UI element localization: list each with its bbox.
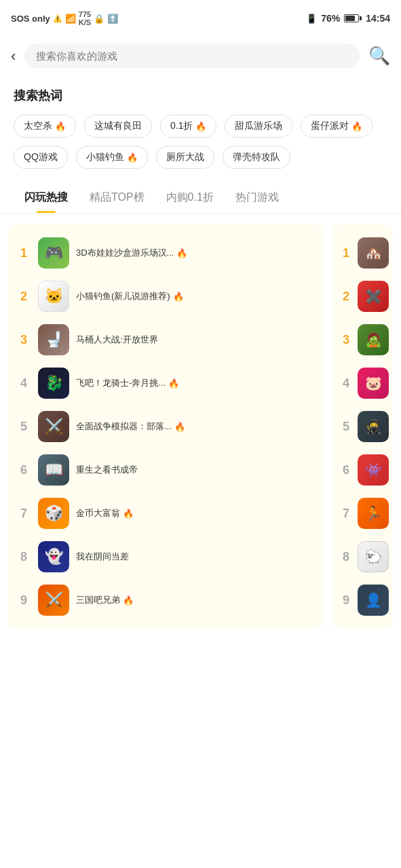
game-icon: ✖️	[358, 281, 389, 312]
upload-icon: ⬆️	[107, 14, 118, 24]
rank-number: 2	[16, 290, 31, 304]
game-icon: 👾	[358, 454, 389, 486]
game-icon: ⚔️	[38, 411, 69, 442]
hot-indicator: 🔥	[123, 509, 134, 519]
rank-number: 9	[16, 593, 31, 608]
hot-tag[interactable]: 这城有良田	[84, 115, 152, 138]
clock: 14:54	[366, 13, 390, 24]
game-icon: 📖	[38, 454, 69, 486]
signal-icon: ⚠️	[53, 14, 62, 23]
hot-indicator: 🔥	[176, 248, 187, 258]
game-icon: 🐷	[358, 368, 389, 399]
game-icon: 🎲	[38, 498, 69, 529]
sim-icon: 🔒	[94, 14, 104, 24]
right-list-item[interactable]: 4🐷	[337, 361, 387, 405]
search-bar-container: ‹ 🔍	[0, 35, 401, 77]
list-item[interactable]: 6📖重生之看书成帝	[14, 448, 318, 492]
hot-tag[interactable]: 弹壳特攻队	[223, 146, 290, 169]
hot-tag[interactable]: 0.1折🔥	[160, 115, 216, 138]
tags-container: 太空杀🔥这城有良田0.1折🔥甜瓜游乐场蛋仔派对🔥QQ游戏小猫钓鱼🔥厕所大战弹壳特…	[14, 115, 387, 169]
game-icon: 🚽	[38, 324, 69, 355]
rank-number: 5	[16, 420, 31, 434]
hot-words-section: 搜索热词 太空杀🔥这城有良田0.1折🔥甜瓜游乐场蛋仔派对🔥QQ游戏小猫钓鱼🔥厕所…	[0, 77, 401, 174]
game-name: 我在阴间当差	[76, 551, 316, 563]
game-name: 马桶人大战:开放世界	[76, 334, 316, 346]
game-name: 金币大富翁🔥	[76, 507, 316, 519]
rank-number: 6	[16, 463, 31, 477]
main-content: ‹ 🔍 搜索热词 太空杀🔥这城有良田0.1折🔥甜瓜游乐场蛋仔派对🔥QQ游戏小猫钓…	[0, 35, 401, 868]
rank-number: 6	[340, 463, 352, 477]
hot-indicator: 🔥	[123, 595, 134, 606]
search-input[interactable]	[36, 50, 348, 62]
sos-label: SOS only	[11, 14, 50, 24]
rank-number: 8	[16, 550, 31, 564]
game-icon: 🐉	[38, 368, 69, 399]
right-list-item[interactable]: 9👤	[337, 578, 387, 622]
phone-signal-icon: 📱	[306, 14, 317, 24]
list-item[interactable]: 4🐉飞吧！龙骑士-奔月挑...🔥	[14, 361, 318, 405]
list-item[interactable]: 1🎮3D布娃娃沙盒游乐场汉...🔥	[14, 231, 318, 275]
lists-section: 1🎮3D布娃娃沙盒游乐场汉...🔥2🐱小猫钓鱼(新儿说游推荐)🔥3🚽马桶人大战:…	[0, 214, 401, 639]
list-item[interactable]: 9⚔️三国吧兄弟🔥	[14, 578, 318, 622]
game-icon: 👤	[358, 585, 389, 616]
rank-number: 5	[340, 420, 352, 434]
battery-percent: 76%	[321, 13, 340, 24]
hot-tag[interactable]: 蛋仔派对🔥	[301, 115, 373, 138]
hot-words-title: 搜索热词	[14, 87, 387, 104]
list-item[interactable]: 3🚽马桶人大战:开放世界	[14, 318, 318, 361]
back-button[interactable]: ‹	[11, 47, 16, 65]
game-icon: 🏃	[358, 498, 389, 529]
hot-tag[interactable]: 小猫钓鱼🔥	[76, 146, 148, 169]
game-icon: 🐑	[358, 541, 389, 572]
list-item[interactable]: 5⚔️全面战争模拟器：部落...🔥	[14, 405, 318, 448]
hot-indicator: 🔥	[174, 422, 185, 432]
tab-热门游戏[interactable]: 热门游戏	[225, 185, 290, 213]
right-list-item[interactable]: 3🧟	[337, 318, 387, 361]
list-item[interactable]: 2🐱小猫钓鱼(新儿说游推荐)🔥	[14, 275, 318, 318]
hot-tag[interactable]: 太空杀🔥	[14, 115, 76, 138]
left-panel: 1🎮3D布娃娃沙盒游乐场汉...🔥2🐱小猫钓鱼(新儿说游推荐)🔥3🚽马桶人大战:…	[8, 224, 324, 629]
hot-tag[interactable]: QQ游戏	[14, 146, 68, 169]
game-icon: 🧟	[358, 324, 389, 355]
right-list-item[interactable]: 7🏃	[337, 492, 387, 535]
right-list-item[interactable]: 6👾	[337, 448, 387, 492]
right-list-item[interactable]: 1🏘️	[337, 231, 387, 275]
game-name: 三国吧兄弟🔥	[76, 594, 316, 606]
rank-number: 3	[16, 333, 31, 347]
right-list-item[interactable]: 5🥷	[337, 405, 387, 448]
tab-内购0.1折[interactable]: 内购0.1折	[155, 185, 225, 213]
list-item[interactable]: 8👻我在阴间当差	[14, 535, 318, 578]
rank-number: 8	[340, 550, 352, 564]
rank-number: 7	[340, 507, 352, 521]
tab-闪玩热搜[interactable]: 闪玩热搜	[14, 185, 79, 213]
hot-tag[interactable]: 厕所大战	[156, 146, 214, 169]
hot-tag[interactable]: 甜瓜游乐场	[225, 115, 292, 138]
rank-number: 2	[340, 290, 352, 304]
status-bar: SOS only ⚠️ 📶 775K/S 🔒 ⬆️ 📱 76% 14:54	[0, 0, 401, 35]
rank-number: 1	[340, 246, 352, 260]
game-icon: 🐱	[38, 281, 69, 312]
right-list-item[interactable]: 2✖️	[337, 275, 387, 318]
speed-label: 775K/S	[79, 10, 91, 26]
game-name: 小猫钓鱼(新儿说游推荐)🔥	[76, 290, 316, 302]
rank-number: 4	[340, 376, 352, 391]
tab-精品TOP榜[interactable]: 精品TOP榜	[79, 185, 155, 213]
rank-number: 1	[16, 246, 31, 260]
list-item[interactable]: 7🎲金币大富翁🔥	[14, 492, 318, 535]
game-name: 3D布娃娃沙盒游乐场汉...🔥	[76, 247, 316, 259]
hot-indicator: 🔥	[168, 378, 179, 389]
search-input-wrapper[interactable]	[24, 43, 360, 68]
rank-number: 3	[340, 333, 352, 347]
game-name: 全面战争模拟器：部落...🔥	[76, 420, 316, 433]
rank-number: 4	[16, 376, 31, 391]
status-left: SOS only ⚠️ 📶 775K/S 🔒 ⬆️	[11, 10, 118, 26]
rank-number: 7	[16, 507, 31, 521]
game-icon: 👻	[38, 541, 69, 572]
right-list-item[interactable]: 8🐑	[337, 535, 387, 578]
search-icon-button[interactable]: 🔍	[368, 45, 390, 66]
game-icon: 🎮	[38, 237, 69, 269]
game-icon: ⚔️	[38, 585, 69, 616]
wifi-icon: 📶	[65, 14, 76, 24]
game-icon: 🏘️	[358, 237, 389, 269]
status-right: 📱 76% 14:54	[306, 13, 390, 24]
